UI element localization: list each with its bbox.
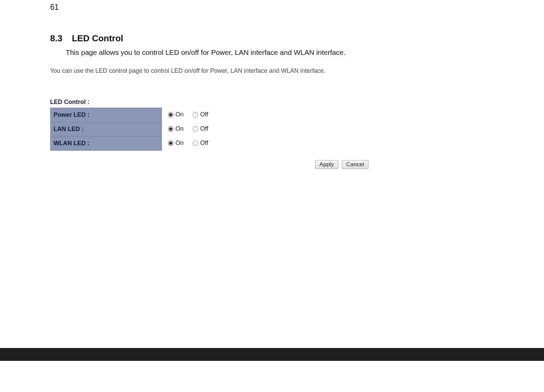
table-row: LAN LED : On Off [50,122,369,136]
section-heading: 8.3LED Control [50,33,406,44]
lan-led-off-radio[interactable] [193,126,198,132]
off-label: Off [200,125,208,132]
section-title: LED Control [72,33,123,43]
lan-led-off-option[interactable]: Off [193,125,208,132]
lan-led-on-option[interactable]: On [168,125,184,132]
power-led-off-option[interactable]: Off [193,111,208,118]
cancel-button[interactable]: Cancel [342,160,369,169]
svg-text:®: ® [100,370,105,376]
table-row: Power LED : On Off [50,108,369,122]
brand-logo: EnGenius ® [20,365,108,385]
footer-band [0,348,544,361]
power-led-off-radio[interactable] [193,112,198,117]
lan-led-on-radio[interactable] [168,126,173,132]
form-actions: Apply Cancel [50,160,369,169]
wlan-led-off-radio[interactable] [193,140,198,146]
lan-led-options: On Off [162,122,369,136]
lan-led-label: LAN LED : [50,122,162,136]
wlan-led-on-option[interactable]: On [168,139,184,147]
on-label: On [175,125,184,132]
led-control-table: Power LED : On Off LAN LED : [50,108,369,151]
content-region: 8.3LED Control This page allows you to c… [50,33,406,169]
wlan-led-label: WLAN LED : [50,136,162,151]
wlan-led-options: On Off [162,136,369,151]
wlan-led-on-radio[interactable] [168,140,173,146]
power-led-on-option[interactable]: On [168,111,184,118]
off-label: Off [200,139,208,147]
on-label: On [175,139,184,147]
intro-text: This page allows you to control LED on/o… [66,48,406,57]
engenius-logo-icon: EnGenius ® [20,365,108,385]
off-label: Off [200,111,208,118]
apply-button[interactable]: Apply [315,160,338,169]
led-control-legend: LED Control : [50,99,369,106]
power-led-on-radio[interactable] [168,112,173,117]
on-label: On [175,111,184,118]
led-config-block: You can use the LED control page to cont… [50,67,369,169]
section-number: 8.3 [50,33,62,44]
config-note: You can use the LED control page to cont… [50,67,369,75]
power-led-label: Power LED : [50,108,162,122]
wlan-led-off-option[interactable]: Off [193,139,208,147]
page-number: 61 [50,3,59,12]
svg-text:EnGenius: EnGenius [20,369,87,385]
power-led-options: On Off [162,108,369,122]
table-row: WLAN LED : On Off [50,136,369,151]
